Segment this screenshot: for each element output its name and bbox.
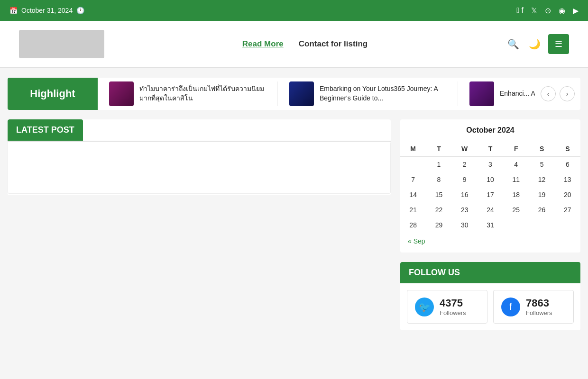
- calendar-day[interactable]: 21: [400, 202, 426, 217]
- highlight-img-1: [109, 81, 134, 106]
- facebook-count: 7863: [526, 297, 552, 309]
- calendar-day[interactable]: 13: [555, 172, 580, 187]
- weekday-s2: S: [555, 141, 580, 157]
- highlight-label: Highlight: [8, 78, 98, 110]
- calendar-week-0: 123456: [400, 157, 580, 172]
- calendar-day: [529, 217, 554, 233]
- dribbble-topbar-icon[interactable]: ⊙: [545, 6, 551, 15]
- calendar-day[interactable]: 16: [452, 187, 478, 202]
- sidebar: October 2024 M T W T F S S 1234567891011…: [400, 119, 580, 330]
- menu-button[interactable]: ☰: [548, 34, 569, 54]
- highlight-section: Highlight ทำไมบาคาร่าถึงเป็นเกมไพ่ที่ได้…: [8, 78, 580, 110]
- highlight-text-2: Embarking on Your Lotus365 Journey: A Be…: [320, 84, 446, 103]
- latest-post-header: LATEST POST: [8, 119, 83, 141]
- contact-link[interactable]: Contact for listing: [299, 39, 368, 49]
- calendar-day[interactable]: 29: [426, 217, 451, 233]
- main-content: LATEST POST October 2024 M T W T F S: [0, 110, 588, 340]
- latest-post-header-wrap: LATEST POST: [8, 119, 391, 142]
- calendar-day[interactable]: 25: [503, 202, 529, 217]
- twitter-follow-card[interactable]: 🐦 4375 Followers: [407, 290, 487, 324]
- calendar-day[interactable]: 11: [503, 172, 529, 187]
- calendar-day[interactable]: 8: [426, 172, 451, 187]
- calendar-day[interactable]: 23: [452, 202, 478, 217]
- latest-post-box: [8, 142, 391, 194]
- weekday-t2: T: [478, 141, 503, 157]
- navbar-icons: 🔍 🌙 ☰: [505, 34, 569, 54]
- calendar-day[interactable]: 7: [400, 172, 426, 187]
- highlight-nav: ‹ ›: [535, 86, 580, 101]
- twitter-count: 4375: [440, 297, 466, 309]
- facebook-icon: f: [501, 298, 520, 316]
- navbar-nav: Read More Contact for listing: [242, 39, 368, 49]
- calendar-day[interactable]: 18: [503, 187, 529, 202]
- follow-grid: 🐦 4375 Followers f 7863 Followers: [400, 283, 580, 330]
- highlight-img-2: [289, 81, 314, 106]
- calendar-day[interactable]: 1: [426, 157, 451, 172]
- calendar-day[interactable]: 6: [555, 157, 580, 172]
- calendar-day[interactable]: 2: [452, 157, 478, 172]
- calendar-day[interactable]: 26: [529, 202, 554, 217]
- calendar-day[interactable]: 15: [426, 187, 451, 202]
- calendar-day[interactable]: 9: [452, 172, 478, 187]
- highlight-next-button[interactable]: ›: [560, 86, 575, 101]
- dark-mode-button[interactable]: 🌙: [527, 36, 542, 52]
- calendar-day[interactable]: 22: [426, 202, 451, 217]
- calendar-day[interactable]: 19: [529, 187, 554, 202]
- calendar-day[interactable]: 4: [503, 157, 529, 172]
- calendar-day[interactable]: 17: [478, 187, 503, 202]
- weekday-f: F: [503, 141, 529, 157]
- calendar-week-2: 14151617181920: [400, 187, 580, 202]
- facebook-label: Followers: [526, 309, 552, 316]
- calendar-day[interactable]: 14: [400, 187, 426, 202]
- highlight-img-3: [469, 81, 494, 106]
- topbar-social-icons:  f 𝕏 ⊙ ◉ ▶: [516, 6, 579, 15]
- calendar-nav: « Sep: [400, 233, 580, 253]
- calendar-table: M T W T F S S 12345678910111213141516171…: [400, 141, 580, 233]
- calendar-day[interactable]: 3: [478, 157, 503, 172]
- calendar-body: 1234567891011121314151617181920212223242…: [400, 157, 580, 233]
- facebook-info: 7863 Followers: [526, 297, 552, 316]
- calendar-box: October 2024 M T W T F S S 1234567891011…: [400, 119, 580, 253]
- calendar-week-4: 28293031: [400, 217, 580, 233]
- read-more-link[interactable]: Read More: [242, 39, 284, 49]
- highlight-text-3: Enhanci... Advance...: [500, 89, 535, 99]
- content-main: LATEST POST: [8, 119, 391, 330]
- youtube-topbar-icon[interactable]: ▶: [573, 6, 579, 15]
- facebook-follow-card[interactable]: f 7863 Followers: [493, 290, 574, 324]
- calendar-day[interactable]: 10: [478, 172, 503, 187]
- calendar-day[interactable]: 28: [400, 217, 426, 233]
- instagram-topbar-icon[interactable]: ◉: [559, 6, 565, 15]
- calendar-day: [555, 217, 580, 233]
- weekday-w: W: [452, 141, 478, 157]
- clock-icon: 🕐: [76, 7, 84, 14]
- topbar-left: 📅 October 31, 2024 🕐: [9, 7, 84, 14]
- search-button[interactable]: 🔍: [505, 36, 521, 52]
- navbar: Read More Contact for listing 🔍 🌙 ☰: [0, 21, 588, 68]
- follow-header: FOLLOW US: [400, 262, 580, 283]
- calendar-week-3: 21222324252627: [400, 202, 580, 217]
- highlight-prev-button[interactable]: ‹: [541, 86, 556, 101]
- latest-post-section: LATEST POST: [8, 119, 391, 195]
- topbar-date: October 31, 2024: [21, 7, 73, 14]
- weekday-t1: T: [426, 141, 451, 157]
- calendar-day[interactable]: 31: [478, 217, 503, 233]
- highlight-items: ทำไมบาคาร่าถึงเป็นเกมไพ่ที่ได้รับความนิย…: [98, 81, 535, 106]
- site-logo: [19, 30, 104, 58]
- twitter-info: 4375 Followers: [440, 297, 466, 316]
- facebook-topbar-icon[interactable]:  f: [516, 6, 524, 15]
- prev-month-link[interactable]: « Sep: [408, 237, 425, 245]
- calendar-day[interactable]: 24: [478, 202, 503, 217]
- weekday-m: M: [400, 141, 426, 157]
- calendar-day[interactable]: 5: [529, 157, 554, 172]
- calendar-day[interactable]: 12: [529, 172, 554, 187]
- calendar-day[interactable]: 30: [452, 217, 478, 233]
- calendar-title: October 2024: [400, 119, 580, 141]
- calendar-day: [503, 217, 529, 233]
- twitter-icon: 🐦: [415, 298, 434, 316]
- follow-box: FOLLOW US 🐦 4375 Followers f 7863 Follow…: [400, 262, 580, 330]
- calendar-day: [400, 157, 426, 172]
- calendar-day[interactable]: 27: [555, 202, 580, 217]
- highlight-item-3: Enhanci... Advance...: [458, 81, 535, 106]
- twitter-topbar-icon[interactable]: 𝕏: [531, 6, 537, 15]
- calendar-day[interactable]: 20: [555, 187, 580, 202]
